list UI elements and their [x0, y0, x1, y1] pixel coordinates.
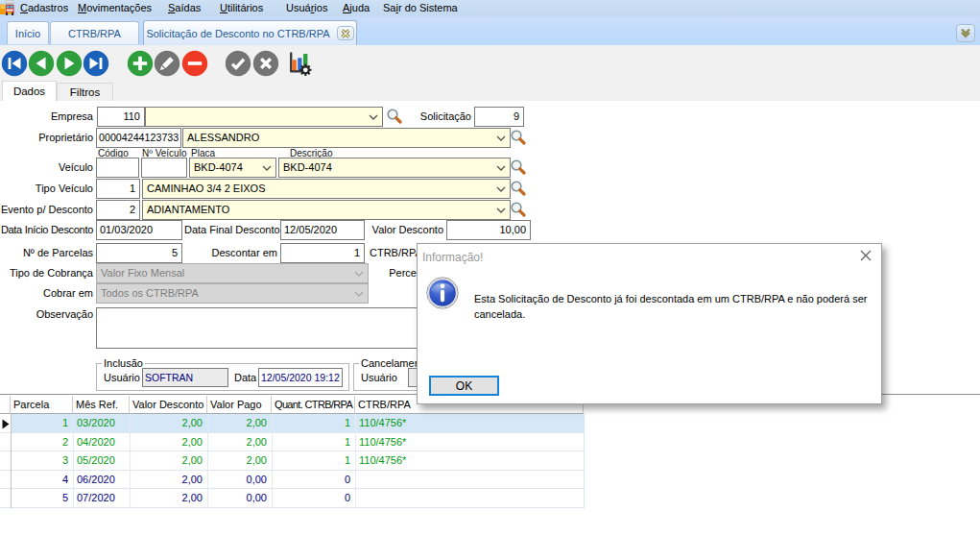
chevron-down-icon	[369, 114, 378, 120]
tab-ctrb-rpa[interactable]: CTRB/RPA	[50, 21, 139, 44]
dialog-close-icon[interactable]	[858, 248, 873, 263]
grid-col-line	[207, 414, 208, 508]
insert-record-icon[interactable]	[127, 50, 154, 77]
edit-record-icon[interactable]	[154, 50, 180, 77]
data-final-field[interactable]: 12/05/2020	[280, 220, 365, 240]
grid-cell-mes[interactable]: 04/2020	[77, 433, 130, 452]
menu-item-saidas[interactable]: Saídas	[168, 2, 201, 14]
valor-desconto-field[interactable]: 10,00	[446, 220, 531, 240]
grid-cell-quant[interactable]: 0	[272, 471, 350, 490]
app-window: Cadastros Movimentações Saídas Utilitári…	[0, 0, 980, 536]
veiculo-descricao-combo[interactable]: BKD-4074	[278, 158, 511, 178]
proprietario-code-field[interactable]: 00004244123733	[96, 128, 181, 148]
cobrar-em-label: Cobrar em	[0, 283, 93, 304]
grid-cell-quant[interactable]: 1	[272, 414, 350, 433]
empresa-combo[interactable]	[145, 107, 383, 127]
grid-cell-ctrb[interactable]	[359, 471, 580, 490]
prior-record-icon[interactable]	[28, 50, 55, 77]
ok-button[interactable]: OK	[429, 376, 499, 396]
proprietario-label: Proprietário	[0, 128, 93, 148]
grid-cell-valor_desconto[interactable]: 2,00	[130, 489, 203, 508]
grid-row-4[interactable]: 406/20202,000,000	[0, 471, 584, 490]
evento-label: Evento p/ Desconto	[0, 200, 93, 220]
delete-record-icon[interactable]	[181, 50, 208, 77]
gear-icon	[299, 64, 311, 76]
tab-close-icon[interactable]	[337, 26, 354, 40]
grid-cell-valor_pago[interactable]: 0,00	[207, 471, 267, 490]
grid-cell-quant[interactable]: 1	[272, 451, 350, 471]
proprietario-combo[interactable]: ALESSANDRO	[182, 128, 511, 148]
grid-cell-valor_pago[interactable]: 0,00	[207, 489, 267, 508]
menu-item-usuarios[interactable]: Usuários	[286, 2, 327, 14]
grid-row-3[interactable]: 305/20202,002,001110/4756*	[0, 451, 584, 471]
tab-dados[interactable]: Dados	[2, 81, 57, 101]
veiculo-num-field[interactable]	[141, 158, 187, 178]
grid-col-line	[73, 414, 74, 508]
grid-cell-ctrb[interactable]	[359, 489, 580, 508]
grid-cell-parcela[interactable]: 1	[11, 414, 68, 433]
grid-cell-mes[interactable]: 05/2020	[77, 451, 130, 471]
descontar-em-field[interactable]: 1	[280, 243, 365, 263]
tab-overflow-chevron-icon[interactable]	[956, 24, 975, 42]
grid-cell-mes[interactable]: 03/2020	[77, 414, 130, 433]
veiculo-search-icon[interactable]	[510, 158, 527, 176]
grid-header-parcela[interactable]: Parcela	[11, 396, 73, 414]
empresa-code-field[interactable]: 110	[97, 107, 145, 127]
grid-cell-mes[interactable]: 07/2020	[77, 489, 130, 508]
cancel-icon[interactable]	[252, 50, 279, 77]
grid-cell-mes[interactable]: 06/2020	[77, 471, 130, 490]
solicitacao-field[interactable]: 9	[474, 107, 524, 127]
grid-cell-valor_pago[interactable]: 2,00	[207, 451, 267, 471]
tab-filtros[interactable]: Filtros	[57, 83, 113, 101]
tab-inicio[interactable]: Início	[7, 21, 49, 44]
grid-cell-valor_desconto[interactable]: 2,00	[130, 414, 203, 433]
report-chart-gear-icon[interactable]	[289, 52, 312, 76]
tab-solicitacao-desconto[interactable]: Solicitação de Desconto no CTRB/RPA	[143, 20, 357, 45]
grid-cell-ctrb[interactable]: 110/4756*	[359, 414, 580, 433]
dialog-title: Informação!	[422, 251, 483, 264]
grid-row-2[interactable]: 204/20202,002,001110/4756*	[0, 433, 584, 452]
grid-cell-parcela[interactable]: 3	[11, 451, 68, 471]
num-parcelas-field[interactable]: 5	[96, 243, 182, 263]
grid-cell-parcela[interactable]: 5	[11, 489, 68, 508]
veiculo-codigo-field[interactable]	[96, 158, 139, 178]
grid-cell-parcela[interactable]: 2	[11, 433, 68, 452]
menu-item-movimentacoes[interactable]: Movimentações	[78, 2, 152, 14]
chevron-down-icon	[496, 165, 506, 171]
grid-header-quant-ctrb[interactable]: Quant. CTRB/RPA	[272, 396, 355, 414]
grid-cell-ctrb[interactable]: 110/4756*	[359, 451, 580, 471]
chevron-down-icon	[354, 291, 364, 297]
last-record-icon[interactable]	[83, 50, 109, 77]
next-record-icon[interactable]	[56, 50, 83, 77]
veiculo-placa-combo[interactable]: BKD-4074	[189, 158, 276, 178]
grid-header-valor-pago[interactable]: Valor Pago	[207, 396, 272, 414]
menu-item-sair[interactable]: Sair do Sistema	[383, 2, 458, 14]
grid-cell-ctrb[interactable]: 110/4756*	[359, 433, 580, 452]
grid-row-1[interactable]: 103/20202,002,001110/4756*	[0, 414, 584, 433]
info-dialog: Informação! Esta Solic	[417, 243, 882, 404]
menu-item-cadastros[interactable]: Cadastros	[20, 2, 68, 14]
grid-cell-valor_desconto[interactable]: 2,00	[130, 451, 203, 471]
tipo-veiculo-code-field[interactable]: 1	[96, 179, 140, 199]
evento-search-icon[interactable]	[510, 201, 527, 218]
grid-cell-valor_pago[interactable]: 2,00	[207, 414, 267, 433]
evento-code-field[interactable]: 2	[96, 200, 140, 220]
grid-header-valor-desconto[interactable]: Valor Desconto	[130, 396, 207, 414]
grid-cell-valor_desconto[interactable]: 2,00	[130, 471, 203, 490]
proprietario-search-icon[interactable]	[510, 129, 527, 146]
evento-combo[interactable]: ADIANTAMENTO	[142, 200, 511, 220]
menu-item-ajuda[interactable]: Ajuda	[343, 2, 370, 14]
grid-cell-quant[interactable]: 0	[272, 489, 350, 508]
first-record-icon[interactable]	[1, 50, 28, 77]
grid-cell-quant[interactable]: 1	[272, 433, 350, 452]
tipo-veiculo-combo[interactable]: CAMINHAO 3/4 2 EIXOS	[142, 179, 511, 199]
confirm-icon[interactable]	[225, 50, 251, 77]
menu-item-utilitarios[interactable]: Utilitários	[220, 2, 263, 14]
grid-row-5[interactable]: 507/20202,000,000	[0, 489, 584, 508]
tipo-veiculo-search-icon[interactable]	[510, 180, 527, 197]
grid-cell-parcela[interactable]: 4	[11, 471, 68, 490]
grid-cell-valor_desconto[interactable]: 2,00	[130, 433, 203, 452]
grid-header-mes-ref[interactable]: Mês Ref.	[73, 396, 130, 414]
grid-cell-valor_pago[interactable]: 2,00	[207, 433, 267, 452]
data-inicio-field[interactable]: 01/03/2020	[96, 220, 182, 240]
